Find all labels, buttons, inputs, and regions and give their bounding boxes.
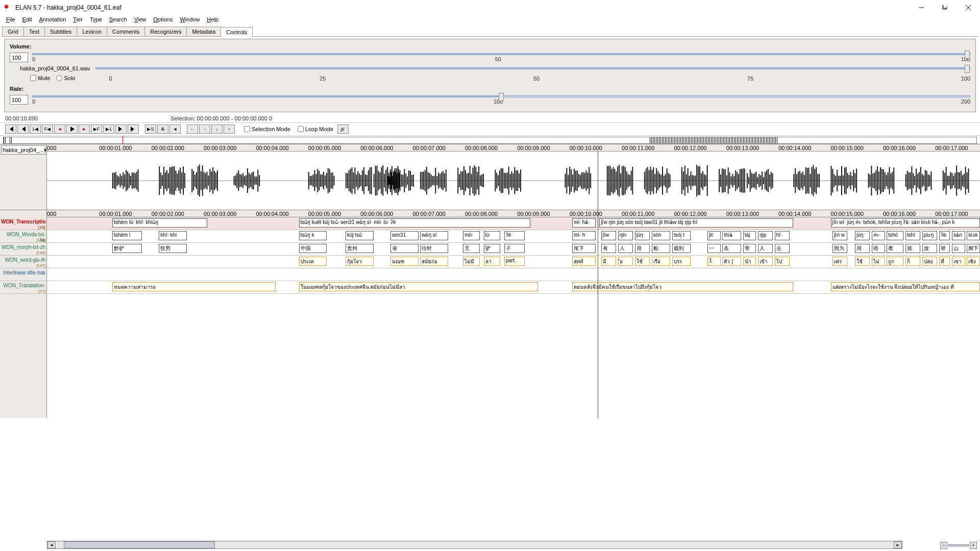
annotation[interactable]: 着: [887, 244, 903, 253]
menu-file[interactable]: File: [3, 15, 18, 26]
menu-type[interactable]: Type: [87, 15, 105, 26]
mute-checkbox[interactable]: Mute: [30, 75, 50, 81]
prev-frame-button[interactable]: 1◀: [30, 124, 41, 134]
annotation[interactable]: 无: [463, 244, 480, 253]
annotation[interactable]: สุดท้: [572, 257, 596, 266]
annotation[interactable]: เข้า: [758, 257, 773, 266]
annotation[interactable]: sen31: [390, 231, 419, 240]
annotation[interactable]: 尾下: [572, 244, 596, 253]
annotation[interactable]: เขา: [952, 257, 965, 266]
tier-label[interactable]: WON_Translation-[17]: [0, 281, 46, 294]
annotation[interactable]: ประเท: [299, 257, 327, 266]
annotation[interactable]: júŋ: [855, 231, 870, 240]
goto-end-button[interactable]: [128, 124, 139, 134]
prev-pixel-button[interactable]: F◀: [42, 124, 53, 134]
horizontal-scrollbar[interactable]: ◄ ►: [47, 541, 902, 549]
annotation[interactable]: 条: [722, 244, 741, 253]
annotation[interactable]: khǐ· khi: [159, 231, 187, 240]
tier-row[interactable]: tshèm lkhǐ· khitsǔŋ kkúj tsǔsen31wǒŋ sìm…: [47, 230, 980, 243]
annotation[interactable]: ŋin: [618, 231, 633, 240]
minimize-button[interactable]: [910, 0, 933, 15]
annotation[interactable]: 黔驴: [112, 244, 142, 253]
tier-label[interactable]: Interlinear-title-hak: [0, 268, 46, 281]
annotation[interactable]: ถูก: [887, 257, 903, 266]
annotation[interactable]: ก็: [905, 257, 920, 266]
annotation[interactable]: 一: [707, 244, 721, 253]
menu-annotation[interactable]: Annotation: [36, 15, 69, 26]
menu-search[interactable]: Search: [106, 15, 130, 26]
annotation[interactable]: 有: [601, 244, 616, 253]
annotation[interactable]: 用: [855, 244, 870, 253]
play-selection-strike-button[interactable]: S: [157, 124, 168, 134]
annotation[interactable]: jǐn wí· júŋ m̀· tshók, tshǐw piɔŋ ʔà· sǎ…: [831, 218, 980, 228]
tab-grid[interactable]: Grid: [2, 27, 24, 36]
tier-row[interactable]: ประเทกุ้ยโจวมณฑสมัยก่อไม่มีลาpart.สุดท้ม…: [47, 256, 980, 268]
arrow-left-button[interactable]: ←: [187, 124, 198, 134]
annotation[interactable]: 就: [905, 244, 920, 253]
annotation[interactable]: 中国: [299, 244, 327, 253]
waveform-display[interactable]: [47, 152, 980, 210]
play-selection-button[interactable]: ▶S: [145, 124, 156, 134]
annotation[interactable]: wǒŋ sì: [420, 231, 448, 240]
volume-input[interactable]: [10, 53, 28, 62]
arrow-up-button[interactable]: ↑: [224, 124, 235, 134]
annotation[interactable]: mì· hǎ·: [572, 218, 596, 228]
tier-label[interactable]: WON_word-gls-th[147]: [0, 256, 46, 268]
annotation[interactable]: 1: [707, 257, 721, 266]
annotation[interactable]: kúj tsǔ: [346, 231, 374, 240]
annotation[interactable]: เพร: [832, 257, 847, 266]
annotation[interactable]: táj: [743, 231, 756, 240]
annotation[interactable]: 船: [652, 244, 671, 253]
maximize-button[interactable]: [933, 0, 957, 15]
tab-recognizers[interactable]: Recognizers: [144, 27, 187, 36]
tab-comments[interactable]: Comments: [107, 27, 145, 36]
close-button[interactable]: [957, 0, 980, 15]
annotation[interactable]: ลา: [484, 257, 501, 266]
tier-ruler[interactable]: 00000:00:01.00000:00:02.00000:00:03.0000…: [47, 210, 980, 217]
clear-selection-button[interactable]: ◄: [169, 124, 181, 134]
annotation[interactable]: ตัว (: [722, 257, 741, 266]
annotation[interactable]: ือ: [618, 257, 633, 266]
annotation[interactable]: ปล่อ: [922, 257, 937, 266]
menu-options[interactable]: Options: [150, 15, 176, 26]
annotation[interactable]: 载到: [672, 244, 691, 253]
annotation[interactable]: ใช้: [855, 257, 870, 266]
annotation[interactable]: ตอนหลังจึงมีคนใช้เรือขนลาไปถึงกุ้ยโจว: [572, 282, 793, 291]
rate-input[interactable]: [10, 95, 28, 105]
annotation[interactable]: ในมณฑลกุ้ยโจวของประเทศจีน สมัยก่อนไม่มีล…: [299, 282, 538, 291]
tab-lexicon[interactable]: Lexicon: [77, 27, 107, 36]
annotation[interactable]: jit: [707, 231, 721, 240]
annotation[interactable]: piɔŋ: [922, 231, 937, 240]
annotation[interactable]: jǐn w: [832, 231, 847, 240]
zoom-in-button[interactable]: +: [970, 542, 977, 549]
solo-radio[interactable]: Solo: [56, 75, 75, 81]
annotation[interactable]: แต่เพราะไม่มีอะไรจะใช้งาน จึงปล่อยให้ไปก…: [831, 282, 980, 291]
annotation[interactable]: jǐw ŋin júŋ sòn tsój taw31 jit thiǎw táj…: [599, 218, 793, 228]
annotation[interactable]: 往时: [420, 244, 448, 253]
annotation[interactable]: 技穷: [159, 244, 187, 253]
annotation[interactable]: mò·: [463, 231, 480, 240]
annotation[interactable]: ไป: [775, 257, 790, 266]
tab-controls[interactable]: Controls: [220, 27, 253, 37]
annotation[interactable]: 带: [743, 244, 756, 253]
tier-row[interactable]: 黔驴技穷中国贵州省往时无驴子尾下有人用船载到一条带入去因为用唔着就放呀山脚下: [47, 243, 980, 256]
annotation[interactable]: kiɔk: [967, 231, 980, 240]
next-frame-button[interactable]: ▶1: [103, 124, 114, 134]
tier-label[interactable]: WON_Words-txt-ha[148]: [0, 230, 46, 243]
annotation[interactable]: 唔: [872, 244, 885, 253]
annotation[interactable]: 贵州: [346, 244, 374, 253]
tier-cursor[interactable]: [598, 210, 598, 418]
annotation[interactable]: 去: [775, 244, 790, 253]
annotation[interactable]: นำ: [743, 257, 756, 266]
selection-mode-checkbox[interactable]: Selection Mode: [244, 126, 290, 132]
annotation[interactable]: 呀: [939, 244, 950, 253]
scroll-thumb[interactable]: [64, 541, 215, 548]
annotation[interactable]: มี: [601, 257, 616, 266]
rate-slider[interactable]: [32, 95, 970, 97]
annotation[interactable]: 人: [618, 244, 633, 253]
annotation[interactable]: 因为: [832, 244, 847, 253]
volume-slider[interactable]: [32, 53, 970, 55]
step-fwd-button[interactable]: ►: [79, 124, 90, 134]
next-pixel-button[interactable]: ▶F: [91, 124, 102, 134]
annotation[interactable]: ใช้: [635, 257, 650, 266]
